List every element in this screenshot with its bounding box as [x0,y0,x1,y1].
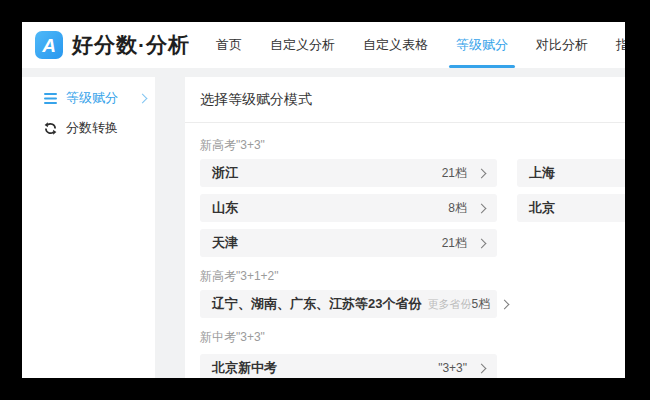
app-logo-icon[interactable]: A [35,31,63,59]
nav-item-label: 对比分析 [536,36,588,54]
tier-count: 5档 [471,296,490,313]
chevron-right-icon [477,168,487,178]
left-column: 浙江 21档 山东 8档 天津 21档 [200,159,497,257]
group-columns: 浙江 21档 山东 8档 天津 21档 [200,159,625,257]
brand-title: 好分数·分析 [72,31,190,59]
nav-item-custom-table[interactable]: 自定义表格 [363,22,428,68]
sidebar-item-label: 等级赋分 [66,89,139,107]
mode-row-shandong[interactable]: 山东 8档 [200,194,497,222]
mode-row-tianjin[interactable]: 天津 21档 [200,229,497,257]
top-nav: 首页 自定义分析 自定义表格 等级赋分 对比分析 指标参数设置 new [216,22,625,68]
group-label: 新高考"3+1+2" [200,269,625,283]
group-columns: 辽宁、湖南、广东、江苏等23个省份 更多省份 5档 [200,290,625,318]
nav-item-label: 首页 [216,36,242,54]
left-column: 北京新中考 "3+3" [200,354,497,378]
content-header: 选择等级赋分模式 [185,77,625,123]
nav-item-compare-analysis[interactable]: 对比分析 [536,22,588,68]
mode-groups: 新高考"3+3" 浙江 21档 山东 8档 天津 21档 [185,138,625,378]
province-name: 山东 [212,199,238,217]
chevron-right-icon [477,203,487,213]
top-header: A 好分数·分析 首页 自定义分析 自定义表格 等级赋分 对比分析 指标参数设置… [22,22,625,68]
sync-icon [44,122,57,135]
chevron-right-icon [500,299,510,309]
app-window: A 好分数·分析 首页 自定义分析 自定义表格 等级赋分 对比分析 指标参数设置… [22,22,625,378]
nav-item-custom-analysis[interactable]: 自定义分析 [270,22,335,68]
nav-item-label: 指标参数设置 [616,36,625,54]
chevron-right-icon [477,238,487,248]
province-name: 北京新中考 [212,359,277,377]
right-column: 上海 北京 [517,159,625,257]
nav-item-label: 自定义分析 [270,36,335,54]
province-name: 天津 [212,234,238,252]
logo-letter: A [42,36,56,55]
chevron-right-icon [138,93,148,103]
province-name: 辽宁、湖南、广东、江苏等23个省份 [212,295,421,313]
more-provinces-label: 更多省份 [427,297,471,312]
province-name: 上海 [529,164,555,182]
active-tab-underline [449,65,515,68]
sidebar: 等级赋分 分数转换 [22,77,155,378]
tier-count: 8档 [448,200,467,217]
group-label: 新中考"3+3" [200,330,625,344]
mode-row-312-provinces[interactable]: 辽宁、湖南、广东、江苏等23个省份 更多省份 5档 [200,290,497,318]
main-content: 选择等级赋分模式 新高考"3+3" 浙江 21档 山东 8档 [185,77,625,378]
nav-item-home[interactable]: 首页 [216,22,242,68]
mode-row-zhejiang[interactable]: 浙江 21档 [200,159,497,187]
nav-item-parameter-settings[interactable]: 指标参数设置 new [616,22,625,68]
sidebar-item-grade-assignment[interactable]: 等级赋分 [22,83,155,113]
province-name: 浙江 [212,164,238,182]
nav-item-label: 自定义表格 [363,36,428,54]
nav-item-label: 等级赋分 [456,36,508,54]
page-title: 选择等级赋分模式 [200,91,312,109]
province-name: 北京 [529,199,555,217]
tier-count: 21档 [442,235,467,252]
mode-value: "3+3" [438,361,467,375]
mode-row-shanghai[interactable]: 上海 [517,159,625,187]
left-column: 辽宁、湖南、广东、江苏等23个省份 更多省份 5档 [200,290,497,318]
mode-row-beijing[interactable]: 北京 [517,194,625,222]
group-columns: 北京新中考 "3+3" [200,354,625,378]
mode-row-beijing-zhongkao[interactable]: 北京新中考 "3+3" [200,354,497,378]
group-label: 新高考"3+3" [200,138,625,152]
sidebar-item-score-conversion[interactable]: 分数转换 [22,113,155,143]
sidebar-item-label: 分数转换 [66,119,146,137]
nav-item-grade-assignment[interactable]: 等级赋分 [456,22,508,68]
tier-count: 21档 [442,165,467,182]
chevron-right-icon [477,363,487,373]
list-icon [44,93,57,104]
